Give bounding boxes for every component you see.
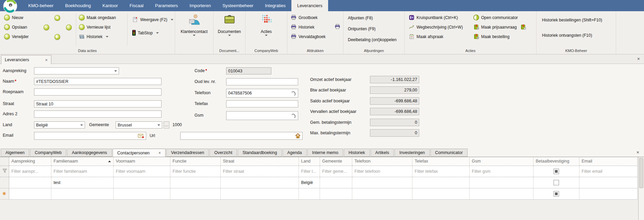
telefax-field[interactable] xyxy=(226,100,298,107)
filter-aanspreking[interactable]: Filter aanspr... xyxy=(9,166,51,177)
gsm-field[interactable] xyxy=(226,111,298,120)
menu-item-fiscaal[interactable]: Fiscaal xyxy=(124,0,149,11)
filter-voornaam[interactable]: Filter voornaam xyxy=(113,166,170,177)
menu-item-boekhouding[interactable]: Boekhouding xyxy=(59,0,97,11)
detail-tabs-close-icon[interactable]: × xyxy=(637,150,639,155)
filter-land[interactable]: Filter l... xyxy=(299,166,320,177)
filter-telefoon[interactable]: Filter telefoon xyxy=(352,166,412,177)
col-header-functie[interactable]: Functie xyxy=(170,157,220,166)
scrollbar-thumb[interactable] xyxy=(639,158,643,188)
filter-gsm[interactable]: Filter gsm xyxy=(469,166,533,177)
tab-historiek[interactable]: Historiek xyxy=(344,149,370,157)
cell-gsm[interactable] xyxy=(469,177,533,188)
filter-functie[interactable]: Filter functie xyxy=(170,166,220,177)
telefoon-field[interactable]: 0478587506 xyxy=(226,89,298,98)
cell-aanspreking[interactable] xyxy=(9,177,51,188)
cell-telefoon[interactable] xyxy=(352,188,412,199)
cell-straat[interactable] xyxy=(220,177,299,188)
tab-standaardboeking[interactable]: Standaardboeking xyxy=(238,149,282,157)
col-header-telefoon[interactable]: Telefoon xyxy=(352,157,412,166)
nav-last-icon[interactable]: » xyxy=(66,24,72,30)
nav-first-icon[interactable]: « xyxy=(44,24,49,30)
email-field[interactable] xyxy=(34,132,146,140)
code-field[interactable]: 010043 xyxy=(226,67,271,74)
cell-functie[interactable] xyxy=(170,188,220,199)
nieuw-button[interactable]: ▢ Nieuw xyxy=(3,14,40,21)
url-field[interactable] xyxy=(180,132,303,140)
cell-email[interactable] xyxy=(579,188,638,199)
maak-prijsaanvraag-button[interactable]: g Maak prijsaanvraag xyxy=(472,23,527,31)
tab-close-icon[interactable]: × xyxy=(158,149,161,157)
tab-overzicht[interactable]: Overzicht xyxy=(209,149,237,157)
adres2-field[interactable] xyxy=(34,111,162,118)
col-header-voornaam[interactable]: Voornaam xyxy=(113,157,170,166)
documenten-button[interactable]: Documenten xyxy=(214,11,245,48)
menu-item-integraties[interactable]: Integraties xyxy=(259,0,291,11)
historiek-print-extra-button[interactable] xyxy=(335,24,340,31)
filter-telefax[interactable]: Filter telefax xyxy=(412,166,469,177)
col-header-aanspreking[interactable]: Aanspreking xyxy=(9,157,51,166)
oud-lev-nr-field[interactable] xyxy=(226,78,298,85)
land-combobox[interactable]: België xyxy=(34,121,85,129)
cell-voornaam[interactable] xyxy=(113,177,170,188)
document-tab-close-icon[interactable]: × xyxy=(45,57,48,63)
cell-voornaam[interactable] xyxy=(113,188,170,199)
menu-item-kmo-beheer[interactable]: KMO-beheer xyxy=(22,0,59,11)
cell-gemeente[interactable] xyxy=(320,177,352,188)
cell-email[interactable] xyxy=(579,177,638,188)
col-header-betaalbevestiging[interactable]: Betaalbevestiging xyxy=(533,157,579,166)
filter-email[interactable]: Filter email xyxy=(579,166,638,177)
cell-betaalbevestiging[interactable] xyxy=(533,177,579,188)
document-tab-leveranciers[interactable]: Leveranciers × xyxy=(1,55,51,64)
cell-land[interactable] xyxy=(299,188,320,199)
roepnaam-field[interactable] xyxy=(34,88,162,96)
filter-funnel-icon[interactable] xyxy=(0,166,9,177)
historiek-ontvangsten-button[interactable]: Historiek ontvangsten (F10) xyxy=(541,32,616,39)
cell-land[interactable]: België xyxy=(299,177,320,188)
document-close-icon[interactable]: × xyxy=(637,56,640,62)
naam-field[interactable]: #TESTDOSSIER xyxy=(34,78,162,85)
straat-field[interactable]: Straat 10 xyxy=(34,100,162,107)
col-header-gemeente[interactable]: Gemeente xyxy=(320,157,352,166)
historiek-dropdown-button[interactable]: Historiek xyxy=(78,33,126,40)
klantencontact-button[interactable]: Klantencontact xyxy=(175,11,213,48)
opslaan-button[interactable]: ▤ Opslaan xyxy=(3,23,40,31)
open-communicator-button[interactable]: Open communicator xyxy=(472,14,527,21)
tab-contactpersonen[interactable]: Contactpersonen × xyxy=(113,149,166,157)
nav-previous-icon[interactable]: ◀ xyxy=(54,15,60,21)
maak-ongedaan-button[interactable]: ↶ Maak ongedaan xyxy=(78,14,126,21)
ontpunten-button[interactable]: Ontpunten (F9) xyxy=(346,26,404,32)
deelbetaling-button[interactable]: Deelbetaling (ont)koppelen xyxy=(346,36,404,43)
tab-communicator[interactable]: Communicator xyxy=(430,149,468,157)
new-row[interactable]: ✱ xyxy=(0,188,638,199)
filter-gemeente[interactable]: Filter geme... xyxy=(320,166,352,177)
cell-gemeente[interactable] xyxy=(320,188,352,199)
wegbeschrijving-button[interactable]: Wegbeschrijving (Ctrl+W) xyxy=(407,23,471,31)
filter-familienaam[interactable]: Filter familienaam xyxy=(51,166,113,177)
order-book-icon[interactable] xyxy=(520,24,526,30)
menu-item-systeembeheer[interactable]: Systeembeheer xyxy=(217,0,259,11)
grootboek-print-button[interactable]: Grootboek xyxy=(289,14,343,21)
envelope-icon[interactable] xyxy=(138,134,144,138)
cell-straat[interactable] xyxy=(220,188,299,199)
kruispuntbank-button[interactable]: Kruispuntbank (Ctrl+K) xyxy=(407,14,471,21)
cell-familienaam[interactable]: test xyxy=(51,177,113,188)
col-header-telefax[interactable]: Telefax xyxy=(412,157,469,166)
tab-aankoopgegevens[interactable]: Aankoopgegevens xyxy=(67,149,112,157)
tabstop-dropdown-button[interactable]: TabStop xyxy=(131,29,175,36)
menu-item-importeren[interactable]: Importeren xyxy=(184,0,217,11)
menu-item-leveranciers-active[interactable]: Leveranciers xyxy=(291,0,328,11)
vervaldagboek-print-button[interactable]: Vervaldagboek xyxy=(289,33,343,40)
maak-afspraak-button[interactable]: Maak afspraak xyxy=(407,33,471,40)
acties-companyweb-button[interactable]: Acties xyxy=(245,11,287,48)
cell-telefax[interactable] xyxy=(412,188,469,199)
aanspreking-combobox[interactable] xyxy=(34,67,119,74)
checkbox-unchecked[interactable] xyxy=(554,180,559,185)
tab-agenda[interactable]: Agenda xyxy=(283,149,307,157)
tab-artikels[interactable]: Artikels xyxy=(371,149,394,157)
cell-telefoon[interactable] xyxy=(352,177,412,188)
col-header-land[interactable]: Land xyxy=(299,157,320,166)
historiek-bestellingen-button[interactable]: Historiek bestellingen (Shift+F10) xyxy=(541,17,616,23)
table-row[interactable]: test België xyxy=(0,177,638,188)
cell-functie[interactable] xyxy=(170,177,220,188)
